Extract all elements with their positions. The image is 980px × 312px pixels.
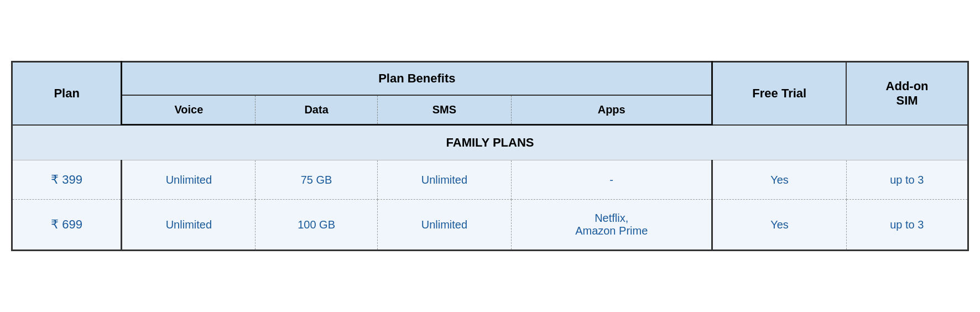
plan-free-trial-2: Yes bbox=[712, 200, 846, 251]
col-plan-benefits-header: Plan Benefits bbox=[122, 62, 712, 96]
table-row: ₹ 399 Unlimited 75 GB Unlimited - Yes up… bbox=[12, 160, 968, 200]
col-apps-header: Apps bbox=[512, 95, 712, 125]
plan-data-1: 75 GB bbox=[256, 160, 377, 200]
plan-apps-2: Netflix, Amazon Prime bbox=[512, 200, 712, 251]
col-addon-sim-header: Add-on SIM bbox=[846, 62, 968, 125]
plan-data-2: 100 GB bbox=[256, 200, 377, 251]
col-voice-header: Voice bbox=[122, 95, 256, 125]
plan-apps-1: - bbox=[512, 160, 712, 200]
table-row: ₹ 699 Unlimited 100 GB Unlimited Netflix… bbox=[12, 200, 968, 251]
plan-addon-sim-1: up to 3 bbox=[846, 160, 968, 200]
table-wrapper: Plan Plan Benefits Free Trial Add-on SIM… bbox=[11, 61, 969, 251]
plan-addon-sim-2: up to 3 bbox=[846, 200, 968, 251]
plans-table: Plan Plan Benefits Free Trial Add-on SIM… bbox=[11, 61, 969, 251]
plan-price-1: ₹ 399 bbox=[12, 160, 122, 200]
plan-sms-1: Unlimited bbox=[377, 160, 511, 200]
plan-price-2: ₹ 699 bbox=[12, 200, 122, 251]
family-plans-section-header: FAMILY PLANS bbox=[12, 125, 968, 160]
plan-sms-2: Unlimited bbox=[377, 200, 511, 251]
col-sms-header: SMS bbox=[377, 95, 511, 125]
col-free-trial-header: Free Trial bbox=[712, 62, 846, 125]
col-plan-header: Plan bbox=[12, 62, 122, 125]
plan-free-trial-1: Yes bbox=[712, 160, 846, 200]
plan-voice-1: Unlimited bbox=[122, 160, 256, 200]
col-data-header: Data bbox=[256, 95, 377, 125]
plan-voice-2: Unlimited bbox=[122, 200, 256, 251]
